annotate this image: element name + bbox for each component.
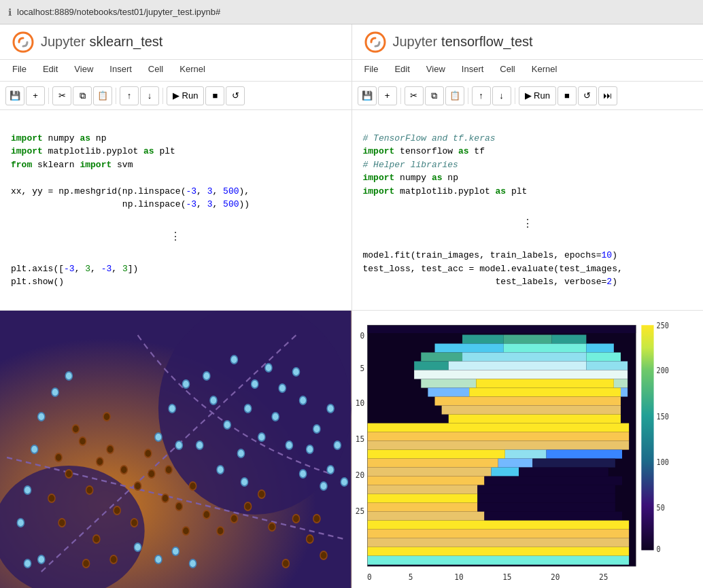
info-icon: ℹ: [8, 7, 12, 18]
sklearn-menu: File Edit View Insert Cell Kernel: [0, 60, 352, 82]
tensorflow-stop-btn[interactable]: ■: [558, 86, 577, 105]
svg-point-18: [162, 494, 169, 502]
tensorflow-menu-edit[interactable]: Edit: [388, 63, 416, 78]
tensorflow-down-btn[interactable]: ↓: [492, 86, 511, 105]
svg-rect-137: [367, 477, 484, 485]
sklearn-menu-insert[interactable]: Insert: [103, 63, 139, 78]
svg-rect-119: [428, 388, 469, 397]
svg-rect-124: [448, 415, 620, 423]
svg-point-29: [58, 519, 65, 527]
sklearn-menu-file[interactable]: File: [5, 63, 33, 78]
svg-point-69: [65, 372, 72, 380]
sklearn-copy-btn[interactable]: ⧉: [73, 86, 92, 105]
sklearn-down-btn[interactable]: ↓: [140, 86, 159, 105]
sklearn-up-btn[interactable]: ↑: [120, 86, 139, 105]
tensorflow-paste-btn[interactable]: 📋: [445, 86, 464, 105]
svg-point-16: [72, 425, 79, 433]
svg-point-65: [327, 466, 334, 474]
svg-point-52: [258, 433, 265, 441]
sklearn-toolbar-sep1: [48, 88, 49, 104]
tensorflow-code-cell[interactable]: # TensorFlow and tf.keras import tensorf…: [352, 110, 704, 311]
svg-point-20: [145, 449, 152, 457]
tensorflow-run-btn[interactable]: ▶ Run: [519, 86, 556, 105]
svg-rect-110: [462, 352, 586, 361]
svg-rect-130: [546, 450, 621, 459]
sklearn-paste-btn[interactable]: 📋: [93, 86, 112, 105]
svg-point-79: [24, 559, 31, 568]
svg-point-22: [48, 494, 55, 502]
svm-visualization: [0, 311, 352, 588]
sklearn-toolbar: 💾 + ✂ ⧉ 📋 ↑ ↓ ▶ Run ■ ↺: [0, 82, 352, 110]
svg-text:0: 0: [360, 331, 364, 341]
tensorflow-menu-view[interactable]: View: [419, 63, 452, 78]
svg-rect-112: [414, 362, 449, 370]
sklearn-ellipsis: ⋮: [11, 224, 341, 249]
svg-rect-122: [434, 397, 620, 406]
sklearn-cut-btn[interactable]: ✂: [52, 86, 71, 105]
svg-text:100: 100: [656, 457, 668, 467]
svg-rect-147: [367, 521, 629, 530]
svg-point-60: [169, 404, 175, 413]
svg-point-62: [175, 441, 182, 449]
tensorflow-cut-btn[interactable]: ✂: [405, 86, 424, 105]
svg-point-42: [230, 356, 237, 364]
svg-point-45: [279, 384, 286, 392]
sklearn-save-btn[interactable]: 💾: [5, 86, 24, 105]
svg-text:5: 5: [360, 363, 364, 373]
svg-point-57: [210, 396, 217, 404]
sklearn-menu-view[interactable]: View: [67, 63, 100, 78]
tensorflow-up-btn[interactable]: ↑: [472, 86, 491, 105]
svg-point-64: [217, 466, 224, 474]
svg-rect-136: [519, 468, 608, 477]
svg-point-9: [107, 445, 114, 453]
sklearn-menu-edit[interactable]: Edit: [36, 63, 65, 78]
sklearn-add-btn[interactable]: +: [26, 86, 45, 105]
url-bar[interactable]: localhost:8889/notebooks/test01/jupyter_…: [17, 7, 220, 17]
tensorflow-notebook-name: tensorflow_test: [441, 34, 533, 50]
tensorflow-menu-insert[interactable]: Insert: [455, 63, 491, 78]
svg-rect-139: [367, 485, 477, 494]
tensorflow-forward-btn[interactable]: ⏭: [598, 86, 617, 105]
tensorflow-restart-btn[interactable]: ↺: [578, 86, 597, 105]
svg-point-21: [175, 502, 182, 511]
tensorflow-menu-file[interactable]: File: [358, 63, 385, 78]
svg-point-40: [282, 559, 289, 568]
svg-point-50: [313, 425, 320, 433]
svg-rect-135: [491, 468, 519, 477]
tensorflow-menu-cell[interactable]: Cell: [493, 63, 521, 78]
svg-text:150: 150: [656, 412, 668, 421]
svg-point-48: [272, 413, 279, 421]
sklearn-restart-btn[interactable]: ↺: [226, 86, 245, 105]
svg-point-13: [148, 470, 155, 478]
tensorflow-save-btn[interactable]: 💾: [358, 86, 377, 105]
tensorflow-menu-kernel[interactable]: Kernel: [525, 63, 564, 78]
svg-point-49: [300, 396, 307, 404]
tensorflow-copy-btn[interactable]: ⧉: [425, 86, 444, 105]
sklearn-stop-btn[interactable]: ■: [205, 86, 224, 105]
sklearn-menu-cell[interactable]: Cell: [141, 63, 170, 78]
tensorflow-add-btn[interactable]: +: [378, 86, 397, 105]
svg-point-30: [245, 502, 252, 511]
svg-rect-113: [448, 362, 586, 370]
svg-point-63: [196, 441, 203, 449]
svg-text:250: 250: [656, 321, 668, 330]
tensorflow-toolbar-sep3: [515, 88, 515, 104]
svg-rect-94: [641, 325, 653, 550]
tensorflow-toolbar: 💾 + ✂ ⧉ 📋 ↑ ↓ ▶ Run ■ ↺ ⏭: [352, 82, 704, 110]
svg-point-75: [155, 555, 162, 564]
svg-point-70: [38, 413, 45, 421]
svg-rect-120: [469, 388, 621, 397]
sklearn-toolbar-sep3: [162, 88, 163, 104]
svg-point-35: [269, 523, 275, 531]
svg-rect-128: [367, 450, 505, 459]
svg-text:200: 200: [656, 366, 668, 376]
sklearn-menu-kernel[interactable]: Kernel: [173, 63, 212, 78]
tensorflow-code: # TensorFlow and tf.keras import tensorf…: [363, 118, 693, 211]
svg-point-27: [217, 527, 224, 535]
sklearn-code-cell[interactable]: import numpy as np import matplotlib.pyp…: [0, 110, 352, 311]
tensorflow-ellipsis: ⋮: [363, 211, 693, 236]
svg-point-23: [190, 482, 196, 490]
tensorflow-code2: model.fit(train_images, train_labels, ep…: [363, 236, 693, 302]
sklearn-run-btn[interactable]: ▶ Run: [167, 86, 204, 105]
svg-rect-126: [367, 432, 629, 441]
